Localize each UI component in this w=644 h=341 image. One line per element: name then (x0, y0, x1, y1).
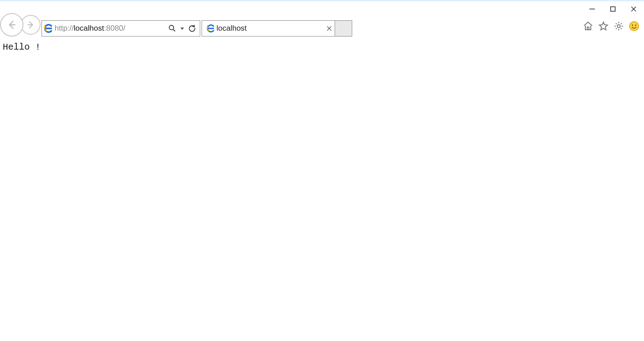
page-content: Hello ! (0, 37, 644, 57)
new-tab-button[interactable] (335, 20, 352, 37)
tab-strip: localhost (202, 19, 352, 37)
back-arrow-icon (6, 19, 18, 31)
svg-point-6 (617, 25, 620, 28)
svg-point-9 (635, 25, 636, 26)
svg-rect-1 (611, 7, 615, 11)
nav-buttons (0, 12, 41, 37)
svg-marker-15 (180, 28, 184, 30)
url-protocol: http:// (55, 24, 74, 32)
refresh-button[interactable] (187, 23, 197, 33)
url-host: localhost (74, 24, 104, 32)
search-button[interactable] (167, 23, 177, 33)
address-bar: http://localhost:8080/ (41, 20, 200, 37)
back-button[interactable] (0, 13, 23, 37)
svg-rect-4 (587, 27, 589, 30)
feedback-smiley-button[interactable] (628, 20, 640, 32)
home-icon (583, 21, 593, 32)
minimize-icon (589, 6, 595, 12)
tab-favicon (205, 24, 216, 33)
tab-title: localhost (216, 24, 324, 33)
svg-line-14 (173, 29, 175, 31)
svg-point-7 (630, 22, 639, 31)
url-port-path: :8080/ (104, 24, 125, 32)
address-bar-right-icons (167, 23, 200, 33)
window-controls (582, 1, 644, 17)
refresh-icon (188, 24, 196, 32)
ie-logo-icon (206, 24, 215, 33)
page-body-text: Hello ! (3, 42, 41, 52)
tab-close-button[interactable] (324, 26, 335, 31)
ie-logo-icon (43, 23, 53, 33)
maximize-icon (610, 6, 616, 12)
home-button[interactable] (582, 20, 594, 32)
tools-button[interactable] (612, 20, 625, 32)
forward-arrow-icon (26, 20, 36, 30)
tab-active[interactable]: localhost (202, 20, 335, 37)
forward-button[interactable] (21, 15, 41, 35)
browser-chrome: http://localhost:8080/ localhost (0, 1, 644, 37)
svg-point-8 (632, 25, 633, 26)
window-maximize-button[interactable] (603, 1, 623, 17)
window-minimize-button[interactable] (582, 1, 603, 17)
command-bar (582, 18, 640, 34)
svg-marker-5 (599, 22, 607, 30)
gear-icon (613, 21, 624, 32)
smiley-icon (629, 21, 639, 32)
window-close-button[interactable] (623, 1, 644, 17)
close-icon (630, 6, 637, 12)
search-options-dropdown[interactable] (180, 23, 184, 33)
favorites-button[interactable] (597, 20, 610, 32)
url-display[interactable]: http://localhost:8080/ (55, 24, 167, 33)
svg-point-13 (169, 25, 174, 30)
address-bar-site-icon (42, 23, 55, 33)
search-icon (168, 24, 176, 32)
star-icon (598, 21, 609, 32)
x-icon (327, 26, 332, 31)
caret-down-icon (180, 27, 184, 30)
